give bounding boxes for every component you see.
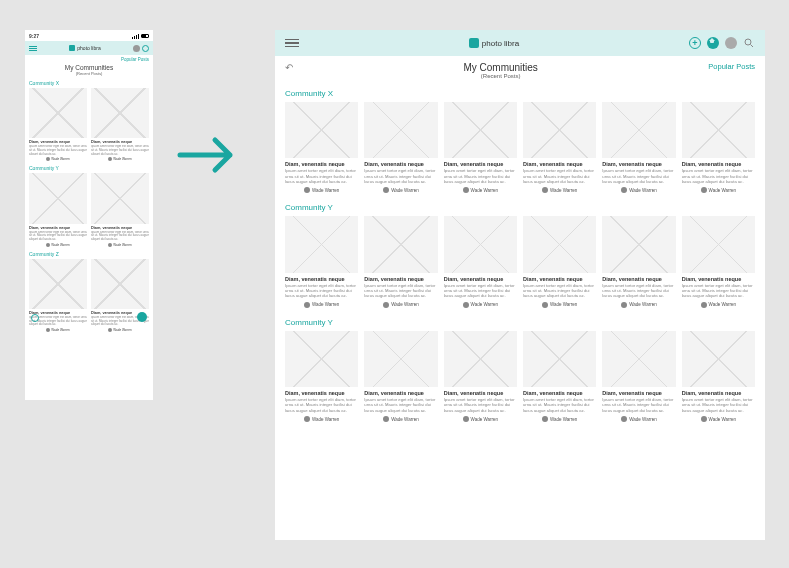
back-icon[interactable]: ↶ — [285, 62, 293, 73]
post-author[interactable]: Wade Warren — [602, 187, 675, 193]
brand[interactable]: photo libra — [299, 38, 689, 48]
post-author[interactable]: Wade Warren — [29, 243, 87, 247]
popular-posts-link[interactable]: Popular Posts — [708, 62, 755, 71]
brand-name: photo libra — [482, 39, 519, 48]
community-heading[interactable]: Community Y — [25, 161, 153, 173]
desktop-mockup: photo libra + ↶ My Communities (Recent P… — [275, 30, 765, 540]
post-title: Diam, venenatis neque — [602, 276, 675, 282]
hamburger-icon[interactable] — [29, 46, 37, 51]
battery-icon — [141, 34, 149, 38]
post-title: Diam, venenatis neque — [364, 161, 437, 167]
post-author[interactable]: Wade Warren — [523, 187, 596, 193]
post-title: Diam, venenatis neque — [523, 390, 596, 396]
post-card[interactable]: Diam, venenatis neque Ipsum amet tortor … — [602, 102, 675, 193]
search-icon[interactable] — [743, 37, 755, 49]
post-card[interactable]: Diam, venenatis neque Ipsum amet tortor … — [523, 331, 596, 422]
avatar-icon — [108, 157, 112, 161]
post-author[interactable]: Wade Warren — [523, 416, 596, 422]
community-heading[interactable]: Community X — [275, 79, 765, 102]
post-title: Diam, venenatis neque — [91, 226, 149, 230]
post-author[interactable]: Wade Warren — [444, 416, 517, 422]
post-card[interactable]: Diam, venenatis neque Ipsum amet tortor … — [364, 216, 437, 307]
post-author[interactable]: Wade Warren — [29, 328, 87, 332]
post-card[interactable]: Diam, venenatis neque Ipsum amet tortor … — [444, 102, 517, 193]
post-card[interactable]: Diam, venenatis neque Ipsum amet tortor … — [91, 173, 149, 246]
post-author[interactable]: Wade Warren — [285, 416, 358, 422]
post-card[interactable]: Diam, venenatis neque Ipsum amet tortor … — [444, 331, 517, 422]
post-author[interactable]: Wade Warren — [285, 187, 358, 193]
post-desc: Ipsum amet tortor eget elit diam, tortor… — [444, 283, 517, 299]
avatar-icon[interactable] — [133, 45, 140, 52]
post-desc: Ipsum amet tortor eget elit diam, tortor… — [91, 231, 149, 241]
post-title: Diam, venenatis neque — [444, 276, 517, 282]
home-fab[interactable] — [137, 312, 147, 322]
community-heading[interactable]: Community Y — [275, 308, 765, 331]
home-icon[interactable] — [707, 37, 719, 49]
post-desc: Ipsum amet tortor eget elit diam, tortor… — [523, 168, 596, 184]
post-card[interactable]: Diam, venenatis neque Ipsum amet tortor … — [444, 216, 517, 307]
page-subtitle: (Recent Posts) — [293, 73, 708, 79]
post-author[interactable]: Wade Warren — [682, 187, 755, 193]
avatar-icon — [304, 416, 310, 422]
post-title: Diam, venenatis neque — [523, 276, 596, 282]
post-thumbnail — [682, 216, 755, 272]
post-thumbnail — [29, 173, 87, 223]
post-title: Diam, venenatis neque — [29, 226, 87, 230]
post-title: Diam, venenatis neque — [29, 140, 87, 144]
community-heading[interactable]: Community Y — [275, 193, 765, 216]
hamburger-icon[interactable] — [285, 39, 299, 48]
svg-line-1 — [751, 45, 754, 48]
avatar-icon[interactable] — [725, 37, 737, 49]
post-card[interactable]: Diam, venenatis neque Ipsum amet tortor … — [682, 216, 755, 307]
post-title: Diam, venenatis neque — [364, 276, 437, 282]
post-card[interactable]: Diam, venenatis neque Ipsum amet tortor … — [285, 216, 358, 307]
post-author[interactable]: Wade Warren — [364, 416, 437, 422]
svg-point-0 — [745, 39, 751, 45]
post-card[interactable]: Diam, venenatis neque Ipsum amet tortor … — [285, 102, 358, 193]
post-card[interactable]: Diam, venenatis neque Ipsum amet tortor … — [364, 331, 437, 422]
post-author[interactable]: Wade Warren — [682, 416, 755, 422]
community-heading[interactable]: Community X — [25, 76, 153, 88]
post-author[interactable]: Wade Warren — [602, 416, 675, 422]
add-fab[interactable] — [31, 314, 39, 322]
post-author[interactable]: Wade Warren — [91, 243, 149, 247]
post-card[interactable]: Diam, venenatis neque Ipsum amet tortor … — [523, 102, 596, 193]
post-author[interactable]: Wade Warren — [364, 187, 437, 193]
post-author[interactable]: Wade Warren — [364, 302, 437, 308]
post-card[interactable]: Diam, venenatis neque Ipsum amet tortor … — [682, 331, 755, 422]
post-author[interactable]: Wade Warren — [29, 157, 87, 161]
desktop-topbar: photo libra + — [275, 30, 765, 56]
post-author[interactable]: Wade Warren — [444, 302, 517, 308]
post-thumbnail — [91, 88, 149, 138]
post-author[interactable]: Wade Warren — [682, 302, 755, 308]
brand[interactable]: photo libra — [69, 45, 100, 51]
post-desc: Ipsum amet tortor eget elit diam, tortor… — [29, 231, 87, 241]
post-author[interactable]: Wade Warren — [91, 157, 149, 161]
post-card[interactable]: Diam, venenatis neque Ipsum amet tortor … — [285, 331, 358, 422]
post-author[interactable]: Wade Warren — [444, 187, 517, 193]
post-desc: Ipsum amet tortor eget elit diam, tortor… — [682, 397, 755, 413]
post-card[interactable]: Diam, venenatis neque Ipsum amet tortor … — [29, 88, 87, 161]
post-card[interactable]: Diam, venenatis neque Ipsum amet tortor … — [523, 216, 596, 307]
post-author[interactable]: Wade Warren — [523, 302, 596, 308]
mobile-mockup: 9:27 photo libra Popular Posts My Commun… — [25, 30, 153, 400]
post-thumbnail — [285, 102, 358, 158]
avatar-icon — [304, 187, 310, 193]
post-card[interactable]: Diam, venenatis neque Ipsum amet tortor … — [91, 88, 149, 161]
post-desc: Ipsum amet tortor eget elit diam, tortor… — [285, 168, 358, 184]
post-card[interactable]: Diam, venenatis neque Ipsum amet tortor … — [682, 102, 755, 193]
search-icon[interactable] — [142, 45, 149, 52]
popular-posts-link[interactable]: Popular Posts — [25, 55, 153, 62]
post-card[interactable]: Diam, venenatis neque Ipsum amet tortor … — [29, 259, 87, 332]
logo-icon — [469, 38, 479, 48]
post-author[interactable]: Wade Warren — [602, 302, 675, 308]
post-author[interactable]: Wade Warren — [91, 328, 149, 332]
post-card[interactable]: Diam, venenatis neque Ipsum amet tortor … — [364, 102, 437, 193]
add-icon[interactable]: + — [689, 37, 701, 49]
post-thumbnail — [602, 331, 675, 387]
community-heading[interactable]: Community Z — [25, 247, 153, 259]
post-card[interactable]: Diam, venenatis neque Ipsum amet tortor … — [602, 216, 675, 307]
post-card[interactable]: Diam, venenatis neque Ipsum amet tortor … — [602, 331, 675, 422]
post-card[interactable]: Diam, venenatis neque Ipsum amet tortor … — [29, 173, 87, 246]
post-author[interactable]: Wade Warren — [285, 302, 358, 308]
